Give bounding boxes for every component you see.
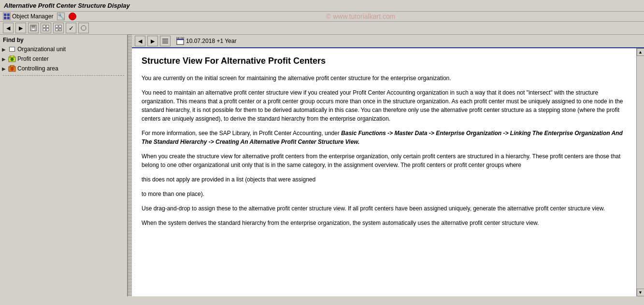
svg-point-19 [11,58,14,61]
svg-rect-0 [4,14,6,16]
svg-rect-15 [59,28,61,31]
forward-btn[interactable]: ▶ [15,23,26,33]
svg-rect-8 [43,25,45,28]
multi-select-btn[interactable] [41,23,51,33]
date-label: 10.07.2018 +1 Year [186,38,236,44]
circle-btn[interactable] [78,23,89,33]
object-manager-menu[interactable]: Object Manager [3,13,53,20]
scroll-up-arrow[interactable]: ▲ [637,48,644,56]
svg-point-16 [81,26,86,30]
save-btn[interactable] [28,23,39,33]
right-back-btn[interactable]: ◀ [135,36,145,46]
svg-rect-14 [56,28,58,31]
svg-rect-9 [46,25,49,28]
controlling-area-icon [8,65,16,72]
tree-arrow-pc: ▶ [2,56,7,62]
svg-rect-18 [10,55,14,57]
right-forward-btn[interactable]: ▶ [147,36,158,46]
paragraph-2: You need to maintain an alternative prof… [142,88,627,123]
zoom-in-btn[interactable] [53,23,64,33]
svg-point-22 [11,68,14,70]
title-bar: Alternative Profit Center Structure Disp… [0,0,644,12]
grid-icon [3,13,11,20]
tree-arrow-org: ▶ [2,47,7,52]
stop-icon[interactable] [69,13,76,20]
svg-rect-13 [59,25,61,28]
left-panel: Find by ▶ Organizational unit ▶ Profit c… [0,35,128,296]
tree-arrow-ca: ▶ [2,66,7,71]
object-manager-label: Object Manager [12,13,53,20]
wrench-icon[interactable]: 🔧 [57,13,65,20]
controlling-area-label: Controlling area [17,65,58,72]
right-panel: ◀ ▶ 10.07.2018 +1 Year S [132,35,644,296]
paragraph-3: For more information, see the SAP Librar… [142,129,627,146]
check-btn[interactable]: ✓ [66,23,76,33]
watermark: © www.tutorialkart.com [326,13,395,20]
second-toolbar: ◀ ▶ ✓ [0,22,644,35]
menu-bar: Object Manager 🔧 © www.tutorialkart.com [0,12,644,22]
org-unit-icon [8,45,16,53]
paragraph-5: this does not apply are provided in a li… [142,175,627,184]
paragraph-8: When the system derives the standard hie… [142,219,627,227]
left-divider [3,75,124,76]
back-btn[interactable]: ◀ [3,23,14,33]
svg-rect-10 [43,28,45,31]
svg-rect-24 [162,41,168,42]
tree-item-org-unit[interactable]: ▶ Organizational unit [0,44,127,54]
drag-handle[interactable] [128,35,132,296]
paragraph-3-prefix: For more information, see the SAP Librar… [142,130,341,137]
svg-rect-25 [162,42,168,43]
scroll-track [637,56,644,289]
svg-rect-12 [56,25,58,28]
svg-rect-3 [7,17,10,19]
paragraph-1: You are currently on the initial screen … [142,74,627,83]
svg-rect-21 [10,65,14,67]
paragraph-7: Use drag-and-drop to assign these to the… [142,204,627,213]
right-scrollbar[interactable]: ▲ ▼ [636,48,644,296]
svg-rect-7 [32,28,35,30]
org-unit-label: Organizational unit [17,46,66,53]
content-heading: Structure View For Alternative Profit Ce… [142,56,627,66]
find-by-label: Find by [0,35,127,44]
scroll-down-arrow[interactable]: ▼ [637,289,644,296]
svg-rect-27 [177,39,184,40]
svg-rect-1 [7,14,10,16]
svg-rect-11 [46,28,49,31]
profit-center-icon [8,55,16,63]
right-detail-btn[interactable] [160,36,171,46]
app-title: Alternative Profit Center Structure Disp… [4,2,130,9]
content-area: Structure View For Alternative Profit Ce… [132,48,636,296]
svg-point-4 [71,14,74,18]
right-toolbar: ◀ ▶ 10.07.2018 +1 Year [132,35,644,48]
svg-rect-23 [162,39,168,40]
profit-center-label: Profit center [17,55,49,62]
paragraph-4: When you create the structure view for a… [142,152,627,169]
date-display: 10.07.2018 +1 Year [176,37,236,45]
svg-rect-2 [4,17,6,19]
calendar-icon [176,37,184,45]
tree-item-controlling-area[interactable]: ▶ Controlling area [0,64,127,73]
svg-rect-6 [31,25,35,28]
tree-item-profit-center[interactable]: ▶ Profit center [0,54,127,64]
paragraph-6: to more than one place). [142,190,627,198]
main-layout: Find by ▶ Organizational unit ▶ Profit c… [0,35,644,296]
